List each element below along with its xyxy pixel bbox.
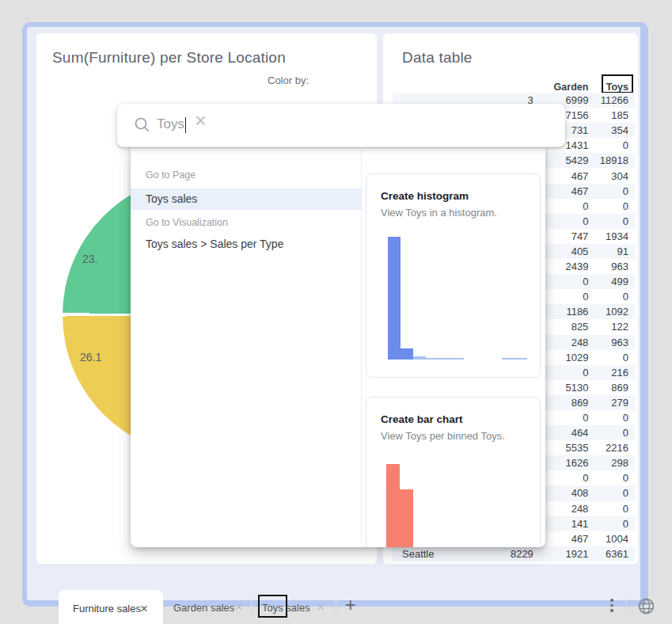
tab-toys-sales[interactable]: Toys sales bbox=[262, 602, 310, 614]
table-cell: 8229 bbox=[490, 548, 533, 560]
table-cell: 354 bbox=[588, 124, 628, 136]
histogram-bar bbox=[426, 358, 439, 360]
search-match-box-toys-header bbox=[602, 74, 633, 93]
table-cell: 18918 bbox=[588, 154, 628, 166]
search-input[interactable]: Toys bbox=[157, 116, 186, 133]
table-cell: 185 bbox=[588, 109, 628, 121]
table-cell: 0 bbox=[588, 139, 628, 151]
histogram-bar bbox=[388, 237, 401, 360]
histogram-bar bbox=[439, 358, 451, 360]
table-cell: 869 bbox=[588, 382, 628, 394]
search-bar[interactable]: Toys × bbox=[117, 104, 565, 147]
table-cell: 1004 bbox=[588, 533, 628, 545]
pie-panel-title: Sum(Furniture) per Store Location bbox=[52, 49, 286, 67]
table-cell: Seattle bbox=[402, 548, 490, 560]
table-row: Seattle822919216361 bbox=[393, 546, 635, 561]
table-cell: 0 bbox=[588, 291, 628, 302]
bar-chart-bar bbox=[400, 489, 413, 547]
histogram-bar bbox=[451, 358, 464, 360]
result-item-toys-sales[interactable]: Toys sales bbox=[131, 188, 361, 210]
search-results-panel: Go to Page Toys sales Go to Visualizatio… bbox=[131, 146, 545, 547]
toolbar-separator bbox=[626, 599, 627, 613]
pie-slice-label-yellow: 26.1 bbox=[80, 351, 101, 363]
pie-slice-label-green: 23. bbox=[82, 253, 97, 265]
table-cell: 0 bbox=[588, 487, 628, 499]
tab-toys-highlighted-word: Toys bbox=[262, 602, 283, 614]
result-item-toys-sales-viz[interactable]: Toys sales > Sales per Type bbox=[131, 234, 361, 255]
table-cell: 11266 bbox=[588, 94, 628, 106]
table-cell: 0 bbox=[588, 215, 628, 227]
table-cell: 0 bbox=[588, 412, 628, 424]
table-cell: 298 bbox=[588, 457, 628, 469]
tab-garden-sales[interactable]: Garden sales bbox=[173, 602, 234, 614]
close-tab-icon[interactable]: × bbox=[317, 600, 325, 614]
results-divider bbox=[361, 150, 362, 542]
histogram-card-title: Create histogram bbox=[381, 190, 469, 202]
table-cell: 1921 bbox=[533, 548, 589, 560]
tab-furniture-sales-label: Furniture sales bbox=[73, 603, 141, 614]
tab-separator bbox=[336, 599, 336, 613]
histogram-bar bbox=[413, 356, 426, 360]
histogram-bar bbox=[502, 358, 514, 360]
histogram-bar bbox=[401, 348, 413, 360]
table-cell: 963 bbox=[588, 261, 628, 272]
table-cell: 0 bbox=[588, 185, 628, 197]
table-cell: 279 bbox=[588, 397, 628, 409]
barchart-card-subtitle: View Toys per binned Toys. bbox=[381, 430, 505, 442]
app-window: Sum(Furniture) per Store Location Color … bbox=[22, 22, 648, 607]
tab-toys-rest: sales bbox=[283, 602, 310, 614]
table-cell: 304 bbox=[588, 170, 628, 182]
table-cell: 6361 bbox=[588, 548, 628, 560]
clear-search-icon[interactable]: × bbox=[195, 111, 207, 131]
text-cursor bbox=[185, 117, 187, 133]
section-header-go-to-visualization: Go to Visualization bbox=[146, 217, 228, 228]
histogram-bar bbox=[514, 358, 527, 360]
close-tab-icon[interactable]: × bbox=[140, 602, 148, 615]
screen: Sum(Furniture) per Store Location Color … bbox=[0, 0, 672, 624]
table-cell: 1092 bbox=[588, 306, 628, 318]
create-histogram-card[interactable]: Create histogram View Toys in a histogra… bbox=[366, 173, 541, 378]
table-cell: 0 bbox=[588, 472, 628, 484]
histogram-card-subtitle: View Toys in a histogram. bbox=[381, 207, 497, 219]
tab-separator bbox=[251, 599, 252, 613]
section-header-go-to-page: Go to Page bbox=[146, 169, 196, 181]
tab-furniture-sales[interactable]: Furniture sales × bbox=[59, 590, 163, 624]
table-cell: 0 bbox=[588, 503, 628, 515]
table-cell: 2216 bbox=[588, 442, 628, 454]
more-options-icon[interactable] bbox=[610, 599, 613, 614]
table-cell: 0 bbox=[588, 200, 628, 212]
table-cell: 499 bbox=[588, 276, 628, 287]
table-cell: 216 bbox=[588, 367, 628, 379]
table-header-garden[interactable]: Garden bbox=[533, 82, 589, 93]
table-cell: 122 bbox=[588, 321, 628, 333]
globe-icon[interactable] bbox=[636, 596, 656, 616]
table-cell: 91 bbox=[588, 245, 628, 257]
search-icon bbox=[133, 116, 152, 135]
data-table-title: Data table bbox=[402, 49, 473, 67]
add-tab-button[interactable]: + bbox=[345, 595, 355, 616]
search-query-text: Toys bbox=[157, 116, 184, 131]
color-by-label: Color by: bbox=[268, 74, 309, 86]
create-bar-chart-card[interactable]: Create bar chart View Toys per binned To… bbox=[366, 397, 541, 547]
table-cell: 0 bbox=[588, 352, 628, 363]
bar-chart-bar bbox=[386, 464, 400, 547]
barchart-card-title: Create bar chart bbox=[381, 413, 463, 425]
close-tab-icon[interactable]: × bbox=[235, 600, 243, 614]
table-cell: 0 bbox=[588, 427, 628, 439]
table-cell: 963 bbox=[588, 337, 628, 348]
table-cell: 1934 bbox=[588, 230, 628, 242]
table-cell: 0 bbox=[588, 518, 628, 530]
